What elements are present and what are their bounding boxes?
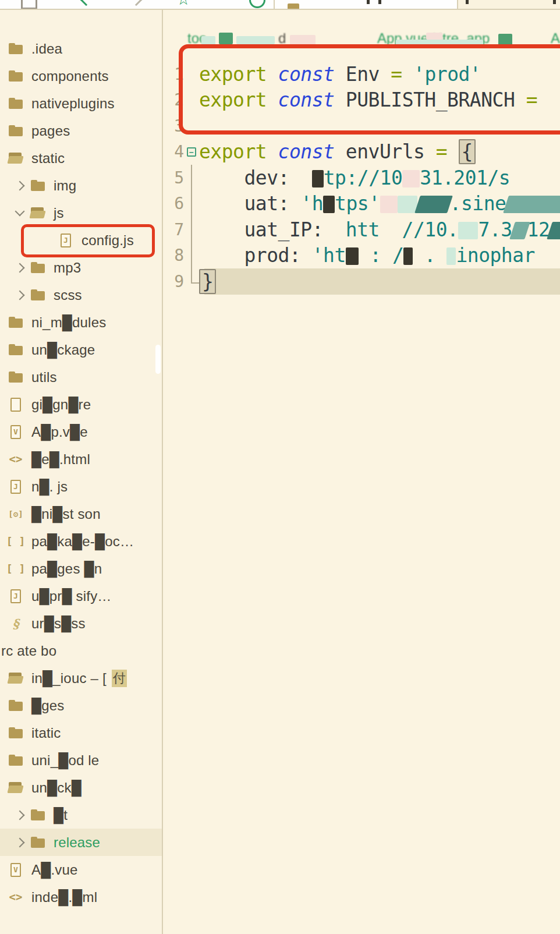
tree-item-u-pr-sify[interactable]: Ju█pr█ sify… — [0, 582, 162, 610]
tree-item-js[interactable]: js — [0, 199, 162, 227]
breadcrumb-text-fragment: A — [551, 30, 560, 47]
token-br: } — [199, 269, 216, 294]
tab-title-fragment — [553, 0, 556, 4]
tree-item-label: inde█.█ml — [31, 889, 97, 905]
fold-collapse-icon[interactable]: − — [187, 147, 196, 157]
tree-item-label: rc ate bo — [1, 643, 56, 659]
tree-item-mp3[interactable]: mp3 — [0, 254, 162, 281]
censor-block — [396, 40, 483, 47]
tab-separator — [274, 0, 275, 9]
tree-item-t[interactable]: █t — [0, 801, 162, 829]
folder-open-icon — [30, 206, 45, 221]
tree-item-ur-s-ss[interactable]: §ur█s█ss — [0, 610, 162, 637]
chevron-down-icon[interactable] — [15, 207, 25, 217]
sidebar-scrollbar-thumb[interactable] — [155, 345, 161, 374]
tree-item-label: itatic — [31, 725, 61, 741]
folder-icon — [8, 96, 23, 111]
file-vue-icon: V — [8, 862, 23, 878]
inactive-tab-area[interactable] — [457, 0, 560, 9]
back-icon[interactable] — [80, 0, 93, 6]
tree-item-n-.-js[interactable]: Jn█. js — [0, 473, 162, 500]
refresh-icon[interactable] — [249, 0, 265, 8]
folder-icon — [8, 123, 23, 139]
tree-item-pa-ka-e-oc[interactable]: [ ]pa█ka█e-█oc… — [0, 528, 162, 555]
code-line-2[interactable]: 2export const PUBLISTH_BRANCH = — [163, 87, 560, 114]
highlighted-cjk-text: 付 — [112, 670, 127, 687]
censor-block — [380, 196, 398, 213]
file-type-glyph: J — [13, 592, 18, 600]
line-number: 9 — [169, 272, 184, 291]
token-str: . — [413, 244, 446, 267]
tree-item-pages[interactable]: pages — [0, 117, 162, 144]
line-number: 3 — [169, 116, 184, 136]
line-number: 7 — [169, 220, 184, 239]
tree-item-label: mp3 — [54, 260, 81, 276]
code-line-7[interactable]: 7 uat_IP: htt //10.7.312 — [163, 217, 560, 243]
code-line-9[interactable]: 9} — [163, 268, 560, 295]
tree-item-rc-ate-bo[interactable]: rc ate bo — [0, 637, 162, 664]
tree-item-uni-od-le[interactable]: uni_█od le — [0, 747, 162, 774]
tree-item-ni-m-dules[interactable]: ni_m█dules — [0, 309, 162, 336]
tree-item-pa-ges-n[interactable]: [ ]pa█ges █n — [0, 555, 162, 582]
tree-item-un-ckage[interactable]: un█ckage — [0, 336, 162, 363]
bookmark-star-icon[interactable]: ☆ — [176, 0, 190, 8]
tree-item-static[interactable]: static — [0, 144, 162, 172]
forward-icon[interactable] — [130, 0, 143, 6]
code-line-1[interactable]: 1export const Env = 'prod' — [163, 61, 560, 87]
line-number: 8 — [169, 246, 184, 265]
code-line-4[interactable]: 4−export const envUrls = { — [163, 139, 560, 165]
token-str: 'ht — [312, 244, 346, 267]
folder-icon — [30, 260, 45, 275]
token-cst: const — [278, 89, 346, 111]
tree-item-in-iouc[interactable]: in█_iouc – [ 付 — [0, 664, 162, 692]
tree-item-inde-.-ml[interactable]: <>inde█.█ml — [0, 883, 162, 911]
code-line-5[interactable]: 5 dev: tp://1031.201/s — [163, 165, 560, 191]
tree-item-label: █ges — [31, 698, 65, 714]
code-line-8[interactable]: 8 prod: 'ht : / . inophar — [163, 243, 560, 269]
stop-square-icon[interactable] — [21, 0, 37, 9]
tab-title-fragment — [367, 0, 370, 4]
tree-item-label: utils — [31, 369, 57, 385]
token-str: 'h — [300, 192, 323, 215]
file-type-glyph: § — [12, 617, 19, 630]
tree-item-a-p.v-e[interactable]: VA█p.v█e — [0, 418, 162, 445]
chevron-right-icon[interactable] — [15, 181, 25, 190]
chevron-right-icon[interactable] — [15, 837, 25, 847]
code-editor[interactable]: toodApp vue Htre appA 1export const Env … — [163, 9, 560, 934]
code-text: dev: tp://1031.201/s — [199, 167, 560, 189]
file-type-glyph: [ ] — [6, 564, 26, 574]
tree-item-label: █e█.html — [31, 451, 90, 468]
tree-item-label: release — [54, 834, 100, 851]
folder-icon — [8, 315, 23, 330]
tree-item-label: █ni█st son — [31, 506, 101, 522]
tree-item-label: un█ck█ — [31, 780, 81, 796]
tree-item-img[interactable]: img — [0, 172, 162, 199]
tree-item-ni-st-son[interactable]: [⚙]█ni█st son — [0, 500, 162, 528]
file-tree-list: .ideacomponentsnativepluginspagesstatici… — [0, 35, 162, 911]
file-html-icon: <> — [8, 890, 23, 905]
tree-item-itatic[interactable]: itatic — [0, 719, 162, 747]
chevron-right-icon[interactable] — [15, 290, 25, 300]
tree-item-un-ck[interactable]: un█ck█ — [0, 774, 162, 801]
tree-item-components[interactable]: components — [0, 62, 162, 90]
tree-item-utils[interactable]: utils — [0, 363, 162, 391]
file-type-glyph: <> — [9, 454, 23, 465]
tree-item-ges[interactable]: █ges — [0, 692, 162, 719]
tree-item-config.js[interactable]: Jconfig.js — [0, 227, 162, 254]
code-area[interactable]: 1export const Env = 'prod'2export const … — [163, 61, 560, 295]
tree-item-release[interactable]: release — [0, 829, 162, 856]
tree-item-a-.vue[interactable]: VA█.vue — [0, 856, 162, 883]
tree-item-e-.html[interactable]: <>█e█.html — [0, 445, 162, 473]
tree-item-label: config.js — [81, 232, 134, 249]
file-json-icon: [ ] — [8, 561, 23, 576]
token-str: 'prod' — [413, 63, 481, 86]
chevron-right-icon[interactable] — [15, 263, 25, 273]
chevron-right-icon[interactable] — [15, 810, 25, 820]
tree-item-nativeplugins[interactable]: nativeplugins — [0, 90, 162, 117]
code-line-6[interactable]: 6 uat: 'htps'.sine — [163, 191, 560, 217]
code-line-3[interactable]: 3 — [163, 113, 560, 139]
tree-item-.idea[interactable]: .idea — [0, 35, 162, 62]
folder-open-icon — [8, 671, 23, 686]
tree-item-gi-gn-re[interactable]: gi█gn█re — [0, 391, 162, 418]
tree-item-scss[interactable]: scss — [0, 281, 162, 309]
